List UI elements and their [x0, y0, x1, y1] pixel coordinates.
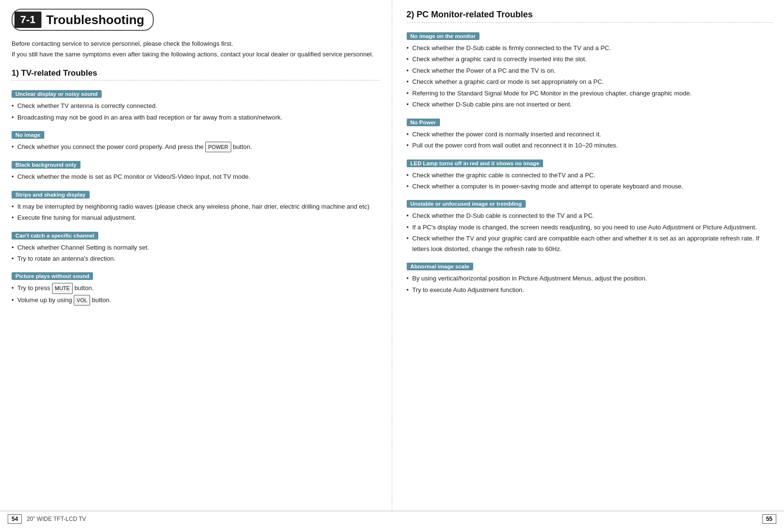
- badge-unstable: Unstable or unfocused image or trembling: [407, 200, 526, 208]
- right-column: 2) PC Monitor-related Troubles No image …: [392, 0, 784, 511]
- bullets-abnormal: By using vertical/horizontal position in…: [407, 273, 773, 295]
- bullets-strips: It may be interrupted by neighboring rad…: [12, 201, 380, 223]
- list-item: Check whether D-Sub cable pins are not i…: [407, 99, 773, 109]
- list-item: Check whether a graphic card is correctl…: [407, 54, 773, 64]
- list-item: Check whether the D-Sub cable is firmly …: [407, 43, 773, 53]
- subsection-black-bg: Black background only Check whether the …: [12, 157, 380, 182]
- badge-strips: Strips and shaking display: [12, 191, 90, 199]
- mute-key: MUTE: [52, 283, 73, 293]
- pc-section-title: 2) PC Monitor-related Troubles: [407, 10, 773, 23]
- badge-sound: Picture plays without sound: [12, 272, 93, 280]
- bullets-unstable: Check whether the D-Sub cable is connect…: [407, 211, 773, 254]
- tv-section-title: 1) TV-related Troubles: [12, 68, 380, 80]
- list-item: Check whether the graphic cable is conne…: [407, 170, 773, 180]
- subsection-abnormal: Abnormal image scale By using vertical/h…: [407, 259, 773, 295]
- list-item: Try to execute Auto Adjustment function.: [407, 285, 773, 295]
- list-item: Check whether TV antenna is correctly co…: [12, 101, 380, 111]
- list-item: Execute fine tuning for manual adjustmen…: [12, 213, 380, 223]
- list-item: Check whether a computer is in power-sav…: [407, 181, 773, 191]
- chapter-title: Troubleshooting: [46, 13, 145, 27]
- badge-channel: Can't catch a specific channel: [12, 232, 98, 239]
- bullets-sound: Try to press MUTE button. Volume up by u…: [12, 283, 380, 305]
- bullets-black-bg: Check whether the mode is set as PC moni…: [12, 172, 380, 182]
- subsection-sound: Picture plays without sound Try to press…: [12, 268, 380, 305]
- list-item: Check whether you connect the power cord…: [12, 142, 380, 152]
- list-item: Check whether the D-Sub cable is connect…: [407, 211, 773, 221]
- bullets-led: Check whether the graphic cable is conne…: [407, 170, 773, 192]
- vol-key: VOL: [74, 295, 90, 306]
- list-item: If a PC's display mode is changed, the s…: [407, 222, 773, 232]
- chapter-number: 7-1: [14, 12, 41, 28]
- subsection-unclear: Unclear display or noisy sound Check whe…: [12, 86, 380, 122]
- right-page-number: 55: [762, 514, 776, 524]
- list-item: Volume up by using VOL button.: [12, 295, 380, 306]
- left-page-number: 54: [8, 514, 22, 524]
- chapter-header: 7-1 Troubleshooting: [12, 9, 154, 31]
- bullets-channel: Check whether Channel Setting is normall…: [12, 242, 380, 264]
- subsection-channel: Can't catch a specific channel Check whe…: [12, 228, 380, 264]
- list-item: Check whether the Power of a PC and the …: [407, 66, 773, 76]
- bullets-no-image-monitor: Check whether the D-Sub cable is firmly …: [407, 43, 773, 110]
- badge-unclear: Unclear display or noisy sound: [12, 90, 102, 98]
- intro-line-1: Before contacting service to service per…: [12, 39, 380, 49]
- badge-no-image-monitor: No image on the monitor: [407, 32, 479, 40]
- badge-abnormal: Abnormal image scale: [407, 263, 473, 270]
- footer: 54 20" WIDE TFT-LCD TV 55: [0, 511, 784, 527]
- badge-led: LED Lamp turns off in red and it shows n…: [407, 160, 544, 167]
- badge-black-bg: Black background only: [12, 161, 80, 169]
- subsection-no-image: No image Check whether you connect the p…: [12, 127, 380, 152]
- subsection-no-power: No Power Check whether the power cord is…: [407, 115, 773, 151]
- intro-line-2: If you still have the same symptoms even…: [12, 49, 380, 60]
- list-item: Try to press MUTE button.: [12, 283, 380, 293]
- list-item: Pull out the power cord from wall outlet…: [407, 140, 773, 150]
- power-key: POWER: [205, 142, 231, 152]
- bullets-no-power: Check whether the power cord is normally…: [407, 129, 773, 151]
- list-item: Check whether the mode is set as PC moni…: [12, 172, 380, 182]
- badge-no-image: No image: [12, 131, 44, 139]
- list-item: Try to rotate an antenna's direction.: [12, 253, 380, 264]
- list-item: Checck whether a graphic card or mode is…: [407, 77, 773, 87]
- subsection-unstable: Unstable or unfocused image or trembling…: [407, 196, 773, 254]
- subsection-no-image-monitor: No image on the monitor Check whether th…: [407, 28, 773, 110]
- subsection-led: LED Lamp turns off in red and it shows n…: [407, 156, 773, 192]
- footer-title: 20" WIDE TFT-LCD TV: [27, 516, 86, 522]
- bullets-unclear: Check whether TV antenna is correctly co…: [12, 101, 380, 122]
- badge-no-power: No Power: [407, 119, 440, 126]
- left-column: 7-1 Troubleshooting Before contacting se…: [0, 0, 392, 511]
- bullets-no-image: Check whether you connect the power cord…: [12, 142, 380, 152]
- list-item: Check whether the TV and your graphic ca…: [407, 233, 773, 254]
- list-item: Check whether Channel Setting is normall…: [12, 242, 380, 253]
- intro-text: Before contacting service to service per…: [12, 39, 380, 60]
- subsection-strips: Strips and shaking display It may be int…: [12, 187, 380, 223]
- list-item: Referring to the Standard Signal Mode fo…: [407, 88, 773, 98]
- list-item: It may be interrupted by neighboring rad…: [12, 201, 380, 212]
- list-item: By using vertical/horizontal position in…: [407, 273, 773, 283]
- list-item: Broadcasting may not be good in an area …: [12, 112, 380, 122]
- list-item: Check whether the power cord is normally…: [407, 129, 773, 139]
